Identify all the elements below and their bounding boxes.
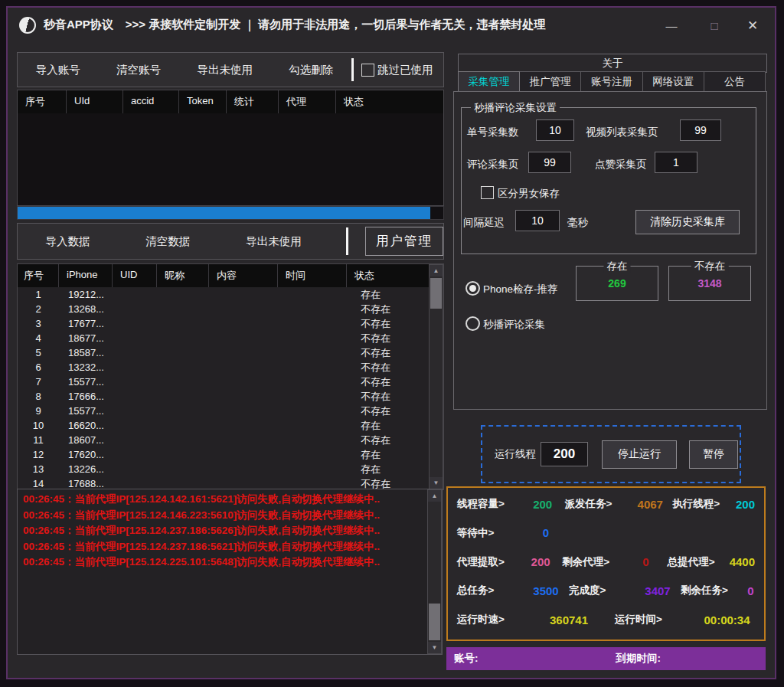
tab-account-register[interactable]: 账号注册 bbox=[581, 71, 642, 92]
table-row[interactable]: 119212...存在 bbox=[18, 287, 430, 302]
cell-no: 3 bbox=[18, 316, 59, 331]
table-row[interactable]: 715577...不存在 bbox=[18, 375, 430, 389]
table-row[interactable]: 1016620...存在 bbox=[18, 418, 430, 433]
table-row[interactable]: 317677...不存在 bbox=[18, 316, 430, 331]
table-row[interactable]: 418677...不存在 bbox=[18, 331, 430, 345]
delay-input[interactable] bbox=[515, 210, 560, 231]
cell-no: 4 bbox=[18, 331, 59, 345]
stat-label: 总提代理> bbox=[668, 555, 730, 569]
cell-iphone: 17666... bbox=[59, 389, 113, 404]
col-header[interactable]: 昵称 bbox=[157, 264, 209, 287]
gender-split-checkbox[interactable] bbox=[481, 186, 494, 199]
thread-count-input[interactable] bbox=[541, 442, 588, 466]
tab-promotion-management[interactable]: 推广管理 bbox=[520, 71, 581, 92]
clear-accounts-button[interactable]: 清空账号 bbox=[116, 63, 161, 77]
col-header[interactable]: iPhone bbox=[59, 264, 113, 287]
delay-label: 间隔延迟 bbox=[463, 216, 505, 230]
table-row[interactable]: 1118607...不存在 bbox=[18, 433, 430, 447]
field-label: 单号采集数 bbox=[467, 126, 519, 139]
stop-run-button[interactable]: 停止运行 bbox=[602, 440, 677, 469]
col-header[interactable]: 状态 bbox=[347, 264, 430, 287]
video-list-pages-input[interactable] bbox=[680, 119, 721, 141]
stat-label: 等待中> bbox=[457, 526, 523, 540]
tab-network-settings[interactable]: 网络设置 bbox=[643, 71, 704, 92]
table-row[interactable]: 213268...不存在 bbox=[18, 302, 430, 316]
pause-button[interactable]: 暂停 bbox=[689, 440, 738, 469]
comment-collect-radio[interactable] bbox=[466, 316, 480, 331]
accounts-table: 序号 UId accid Token 统计 代理 状态 bbox=[17, 90, 444, 206]
stat-value: 3407 bbox=[635, 584, 681, 597]
scroll-up-icon[interactable]: ▲ bbox=[428, 490, 441, 502]
table-row[interactable]: 1217620...存在 bbox=[18, 447, 430, 462]
user-management-button[interactable]: 用户管理 bbox=[365, 227, 443, 256]
col-header[interactable]: UID bbox=[113, 264, 157, 287]
col-header[interactable]: accid bbox=[123, 90, 179, 113]
table-row[interactable]: 915577...不存在 bbox=[18, 404, 430, 418]
cell-iphone: 15577... bbox=[59, 404, 113, 418]
users-table-scrollbar[interactable]: ▲ ▼ bbox=[429, 264, 443, 489]
col-header[interactable]: 序号 bbox=[18, 90, 67, 113]
single-collect-count-input[interactable] bbox=[536, 119, 574, 141]
users-table-header: 序号 iPhone UID 昵称 内容 时间 状态 bbox=[18, 264, 430, 287]
minimize-button[interactable]: — bbox=[662, 15, 681, 35]
comment-pages-input[interactable] bbox=[528, 152, 571, 173]
log-entry: 00:26:45：当前代理IP[125.124.225.101:5648]访问失… bbox=[23, 555, 423, 571]
scrollbar-thumb[interactable] bbox=[429, 604, 440, 640]
skip-used-checkbox-box[interactable] bbox=[361, 64, 374, 77]
stat-label: 派发任务> bbox=[565, 497, 629, 511]
stat-value: 4400 bbox=[730, 555, 755, 568]
accounts-toolbar: 导入账号 清空账号 导出未使用 勾选删除 跳过已使用 bbox=[17, 52, 444, 87]
col-header[interactable]: 状态 bbox=[336, 90, 443, 113]
like-pages-input[interactable] bbox=[655, 152, 697, 173]
clear-history-button[interactable]: 清除历史采集库 bbox=[635, 210, 740, 234]
col-header[interactable]: 序号 bbox=[18, 264, 59, 287]
table-row[interactable]: 613232...不存在 bbox=[18, 360, 430, 375]
col-header[interactable]: Token bbox=[179, 90, 227, 113]
scroll-down-icon[interactable]: ▼ bbox=[430, 477, 443, 489]
cell-status: 存在 bbox=[347, 287, 430, 302]
stats-row: 代理提取> 200 剩余代理> 0 总提代理> 4400 bbox=[457, 553, 755, 571]
clear-data-button[interactable]: 清空数据 bbox=[145, 234, 190, 249]
tab-collect-management[interactable]: 采集管理 bbox=[458, 71, 520, 92]
maximize-button[interactable]: □ bbox=[704, 15, 724, 35]
cell-iphone: 13226... bbox=[59, 462, 113, 476]
close-button[interactable]: ✕ bbox=[743, 15, 763, 35]
stats-panel: 线程容量> 200 派发任务> 4067 执行线程> 200 等待中> 0 代理… bbox=[446, 486, 766, 641]
log-entry: 00:26:45：当前代理IP[125.124.142.161:5621]访问失… bbox=[23, 492, 423, 508]
comment-collect-label: 秒播评论采集 bbox=[483, 318, 545, 332]
import-data-button[interactable]: 导入数据 bbox=[45, 234, 90, 249]
toolbar-divider bbox=[346, 227, 348, 255]
table-row[interactable]: 1313226...存在 bbox=[18, 462, 430, 476]
col-header[interactable]: 时间 bbox=[278, 264, 347, 287]
skip-used-checkbox[interactable]: 跳过已使用 bbox=[361, 63, 433, 77]
stats-row: 等待中> 0 bbox=[457, 524, 755, 542]
import-accounts-button[interactable]: 导入账号 bbox=[36, 63, 80, 77]
about-button[interactable]: 关于 bbox=[458, 54, 767, 73]
cell-status: 不存在 bbox=[347, 331, 430, 345]
export-unused-accounts-button[interactable]: 导出未使用 bbox=[197, 63, 253, 77]
log-scrollbar[interactable]: ▲ ▼ bbox=[427, 489, 442, 654]
stat-value: 0 bbox=[624, 555, 667, 568]
scroll-down-icon[interactable]: ▼ bbox=[428, 642, 441, 653]
scroll-up-icon[interactable]: ▲ bbox=[430, 265, 443, 276]
col-header[interactable]: 内容 bbox=[209, 264, 278, 287]
cell-no: 9 bbox=[18, 404, 59, 418]
table-row[interactable]: 518587...不存在 bbox=[18, 345, 430, 360]
cell-status: 不存在 bbox=[347, 433, 430, 447]
log-output[interactable]: 00:26:45：当前代理IP[125.124.142.161:5621]访问失… bbox=[17, 489, 443, 655]
cell-no: 13 bbox=[18, 462, 59, 476]
accounts-table-body[interactable] bbox=[18, 113, 443, 204]
cell-no: 12 bbox=[18, 447, 59, 462]
col-header[interactable]: 代理 bbox=[279, 90, 336, 113]
table-row[interactable]: 817666...不存在 bbox=[18, 389, 430, 404]
col-header[interactable]: 统计 bbox=[227, 90, 279, 113]
export-unused-data-button[interactable]: 导出未使用 bbox=[246, 234, 302, 249]
col-header[interactable]: UId bbox=[67, 90, 123, 113]
cell-status: 存在 bbox=[347, 447, 430, 462]
delete-checked-button[interactable]: 勾选删除 bbox=[289, 63, 333, 77]
log-entry: 00:26:45：当前代理IP[125.124.237.186:5626]访问失… bbox=[23, 523, 423, 539]
scrollbar-thumb[interactable] bbox=[430, 278, 442, 309]
phone-check-radio[interactable] bbox=[466, 281, 480, 296]
tab-announcement[interactable]: 公告 bbox=[704, 71, 766, 92]
cell-iphone: 19212... bbox=[59, 287, 113, 302]
